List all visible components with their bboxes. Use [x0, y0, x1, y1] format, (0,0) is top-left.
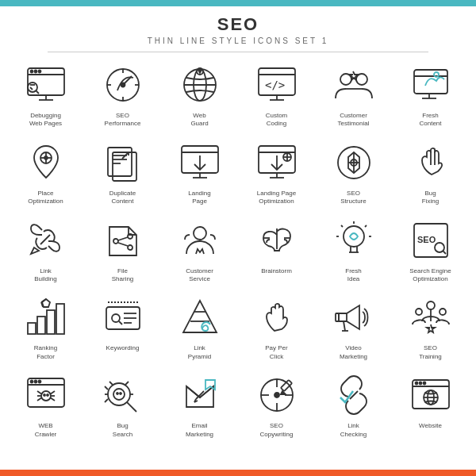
svg-line-96: [119, 321, 122, 324]
svg-line-128: [109, 382, 113, 385]
icon-fresh-content: FreshContent: [393, 57, 468, 132]
icon-seo-structure: SEOStructure: [316, 135, 391, 209]
svg-line-122: [50, 397, 55, 401]
svg-line-8: [36, 90, 39, 94]
icon-seo-performance: SEOPerformance: [85, 57, 160, 132]
top-bar: [0, 0, 476, 6]
icon-link-checking: LinkChecking: [316, 367, 391, 442]
icon-seo-copywriting: SEOCopywriting: [239, 367, 314, 442]
svg-point-75: [344, 226, 364, 247]
svg-point-135: [120, 393, 121, 394]
icon-file-sharing: FileSharing: [85, 213, 160, 287]
svg-text:</>: </>: [265, 79, 285, 91]
svg-line-132: [105, 386, 108, 390]
svg-marker-146: [281, 391, 286, 394]
icon-link-building: LinkBuilding: [8, 213, 83, 287]
svg-point-124: [47, 394, 48, 396]
icon-grid: DebuggingWeb Pages SEOPerformance: [0, 57, 476, 442]
svg-point-116: [41, 391, 51, 401]
svg-rect-145: [280, 380, 291, 391]
svg-marker-100: [183, 301, 217, 332]
svg-point-109: [416, 309, 422, 315]
icon-landing-page: LandingPage: [162, 135, 237, 209]
svg-point-69: [128, 245, 132, 250]
svg-line-10: [30, 87, 33, 90]
icon-place-optimization: PlaceOptimization: [8, 135, 83, 209]
icon-link-pyramid: LinkPyramid: [162, 290, 237, 364]
svg-point-126: [113, 389, 125, 400]
svg-line-105: [344, 321, 345, 331]
svg-text:SEO: SEO: [417, 235, 436, 244]
svg-point-125: [108, 383, 130, 405]
svg-point-36: [44, 156, 48, 159]
divider: [48, 52, 428, 52]
icon-custom-coding: </> CustomCoding: [239, 57, 314, 132]
svg-point-113: [30, 381, 33, 383]
icon-search-engine-optimization: SEO Search EngineOptimization: [393, 213, 468, 287]
svg-line-87: [443, 251, 446, 254]
svg-point-17: [121, 83, 125, 87]
svg-line-66: [40, 235, 50, 244]
icon-bug-fixing: BugFixing: [393, 135, 468, 209]
svg-line-117: [37, 391, 42, 394]
icon-fresh-idea: FreshIdea: [316, 213, 391, 287]
svg-point-152: [423, 382, 425, 385]
svg-rect-88: [28, 323, 36, 334]
svg-rect-30: [414, 70, 447, 94]
svg-point-4: [38, 71, 40, 73]
svg-point-2: [30, 71, 33, 73]
svg-line-81: [365, 225, 367, 227]
svg-point-140: [274, 393, 279, 397]
icon-bug-search: BugSearch: [85, 367, 160, 442]
svg-line-129: [125, 382, 129, 385]
svg-point-68: [128, 234, 132, 239]
svg-line-70: [118, 237, 128, 240]
svg-line-80: [341, 225, 343, 227]
sub-title: THIN LINE STYLE ICONS SET 1: [0, 36, 476, 45]
svg-point-72: [194, 227, 206, 240]
svg-line-119: [37, 397, 42, 401]
svg-rect-90: [47, 310, 55, 334]
svg-point-150: [415, 382, 417, 385]
svg-point-63: [351, 159, 357, 166]
svg-point-67: [113, 239, 118, 244]
svg-point-107: [427, 301, 435, 309]
icon-customer-service: CustomerService: [162, 213, 237, 287]
icon-web-crawler: WEBCrawler: [8, 367, 83, 442]
icon-seo-training: SEOTraining: [393, 290, 468, 364]
svg-point-114: [34, 381, 36, 383]
svg-point-115: [38, 381, 40, 383]
icon-website: Website: [393, 367, 468, 442]
icon-customer-testimonial: CustomerTestimonial: [316, 57, 391, 132]
icon-web-guard: WebGuard: [162, 57, 237, 132]
icon-keywording: Keywording: [85, 290, 160, 364]
bottom-bar: [0, 470, 476, 476]
icon-brainstorm: Brainstorm: [239, 213, 314, 287]
svg-rect-89: [37, 317, 45, 334]
icon-landing-page-optimization: Landing PageOptimization: [239, 135, 314, 209]
svg-line-120: [50, 391, 55, 394]
svg-point-110: [440, 309, 446, 315]
svg-point-123: [44, 394, 45, 396]
icon-video-marketing: VideoMarketing: [316, 290, 391, 364]
main-title: SEO: [0, 14, 476, 35]
icon-pay-per-click: Pay PerClick: [239, 290, 314, 364]
svg-point-134: [117, 393, 118, 394]
icon-duplicate-content: DuplicateContent: [85, 135, 160, 209]
svg-line-127: [127, 402, 136, 412]
svg-line-133: [105, 399, 108, 402]
icon-debugging-web-pages: DebuggingWeb Pages: [8, 57, 83, 132]
icon-email-marketing: EmailMarketing: [162, 367, 237, 442]
svg-rect-104: [336, 313, 347, 321]
svg-point-3: [34, 71, 36, 73]
svg-point-151: [419, 382, 421, 385]
svg-line-71: [118, 243, 128, 246]
svg-point-95: [112, 314, 120, 322]
icon-ranking-factor: RankingFactor: [8, 290, 83, 364]
svg-rect-91: [56, 304, 64, 334]
svg-point-7: [28, 83, 37, 92]
